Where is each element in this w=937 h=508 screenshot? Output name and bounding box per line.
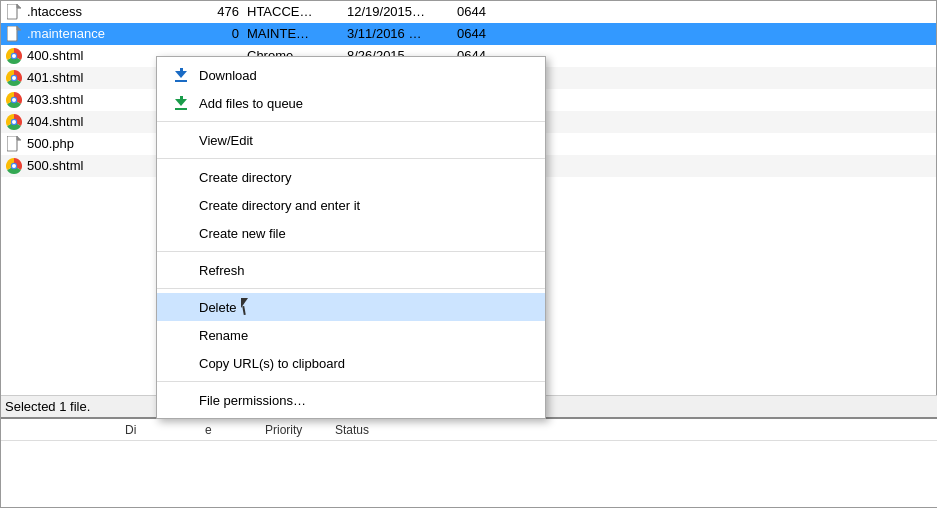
file-perms: 0644 (457, 4, 507, 19)
context-menu-item-create-new-file[interactable]: Create new file (157, 219, 545, 247)
context-menu-item-delete[interactable]: Delete (157, 293, 545, 321)
menu-item-spacer-icon (169, 193, 193, 217)
file-date: 3/11/2016 … (347, 26, 457, 41)
queue-col-direction: Di (121, 423, 201, 437)
svg-point-17 (12, 120, 16, 124)
file-size: 476 (187, 4, 247, 19)
menu-item-label: File permissions… (199, 393, 306, 408)
menu-item-label: Download (199, 68, 257, 83)
queue-col-status: Status (331, 423, 937, 437)
file-row[interactable]: .maintenance0MAINTE…3/11/2016 …0644 (1, 23, 936, 45)
menu-item-spacer-icon (169, 165, 193, 189)
context-menu-item-rename[interactable]: Rename (157, 321, 545, 349)
menu-item-label: Create directory and enter it (199, 198, 360, 213)
context-menu: Download Add files to queueView/EditCrea… (156, 56, 546, 419)
status-text: Selected 1 file. (5, 399, 90, 414)
context-menu-item-create-directory[interactable]: Create directory (157, 163, 545, 191)
svg-rect-3 (7, 26, 17, 41)
menu-item-label: Delete (199, 300, 237, 315)
chrome-icon (5, 47, 23, 65)
menu-item-spacer-icon (169, 323, 193, 347)
menu-item-label: Rename (199, 328, 248, 343)
file-name: .htaccess (27, 4, 187, 19)
file-row[interactable]: .htaccess476HTACCE…12/19/2015…0644 (1, 1, 936, 23)
menu-item-label: View/Edit (199, 133, 253, 148)
menu-separator (157, 121, 545, 122)
file-panel: .htaccess476HTACCE…12/19/2015…0644 .main… (0, 0, 937, 508)
file-perms: 0644 (457, 26, 507, 41)
download-arrow-icon (169, 63, 193, 87)
svg-rect-0 (7, 4, 17, 19)
file-type: HTACCE… (247, 4, 347, 19)
svg-point-14 (12, 98, 16, 102)
file-size: 0 (187, 26, 247, 41)
context-menu-item-create-dir-enter[interactable]: Create directory and enter it (157, 191, 545, 219)
file-date: 12/19/2015… (347, 4, 457, 19)
file-icon (5, 3, 23, 21)
context-menu-item-refresh[interactable]: Refresh (157, 256, 545, 284)
svg-rect-18 (7, 136, 17, 151)
queue-arrow-icon (169, 91, 193, 115)
menu-item-spacer-icon (169, 388, 193, 412)
menu-item-label: Add files to queue (199, 96, 303, 111)
menu-item-spacer-icon (169, 221, 193, 245)
menu-item-label: Create new file (199, 226, 286, 241)
context-menu-item-view-edit[interactable]: View/Edit (157, 126, 545, 154)
file-icon (5, 135, 23, 153)
menu-item-label: Refresh (199, 263, 245, 278)
context-menu-item-copy-url[interactable]: Copy URL(s) to clipboard (157, 349, 545, 377)
context-menu-item-file-permissions[interactable]: File permissions… (157, 386, 545, 414)
menu-item-label: Create directory (199, 170, 291, 185)
context-menu-item-download[interactable]: Download (157, 61, 545, 89)
chrome-icon (5, 157, 23, 175)
svg-point-23 (12, 164, 16, 168)
file-name: .maintenance (27, 26, 187, 41)
context-menu-item-add-to-queue[interactable]: Add files to queue (157, 89, 545, 117)
chrome-icon (5, 91, 23, 109)
queue-columns: Di e Priority Status (1, 419, 937, 441)
menu-separator (157, 251, 545, 252)
queue-panel: Di e Priority Status (1, 417, 937, 507)
menu-item-spacer-icon (169, 258, 193, 282)
menu-item-label: Copy URL(s) to clipboard (199, 356, 345, 371)
chrome-icon (5, 69, 23, 87)
queue-col-e: e (201, 423, 261, 437)
menu-item-spacer-icon (169, 295, 193, 319)
mouse-cursor-icon (241, 298, 253, 316)
svg-point-11 (12, 76, 16, 80)
chrome-icon (5, 113, 23, 131)
menu-separator (157, 288, 545, 289)
file-type: MAINTE… (247, 26, 347, 41)
menu-item-spacer-icon (169, 351, 193, 375)
menu-separator (157, 381, 545, 382)
file-icon (5, 25, 23, 43)
svg-point-8 (12, 54, 16, 58)
menu-item-spacer-icon (169, 128, 193, 152)
queue-col-priority: Priority (261, 423, 331, 437)
menu-separator (157, 158, 545, 159)
